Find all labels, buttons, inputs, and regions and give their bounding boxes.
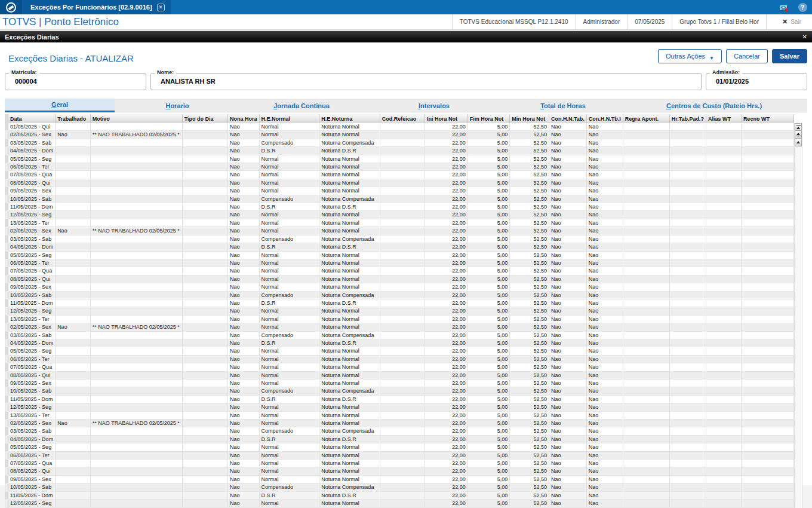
- table-row[interactable]: 11/05/2025 - DomNaoD.S.RNoturna D.S.R22,…: [5, 395, 794, 403]
- table-row[interactable]: 12/05/2025 - SegNaoNormalNoturna Normal2…: [5, 500, 794, 507]
- col-header-cod-refeicao[interactable]: Cod.Refeicao: [380, 114, 425, 123]
- table-row[interactable]: 04/05/2025 - DomNaoD.S.RNoturna D.S.R22,…: [5, 147, 794, 155]
- dialog-close-icon[interactable]: ✕: [802, 33, 807, 40]
- col-header-h-e-noturna[interactable]: H.E.Noturna: [319, 114, 380, 123]
- table-row[interactable]: 02/05/2025 - SexNao** NAO TRABALHADO 02/…: [5, 420, 794, 427]
- tab-centros-de-custo-rateio-hrs[interactable]: Centros de Custo (Rateio Hrs.): [621, 99, 807, 112]
- matricula-field[interactable]: Matricula: 000004: [5, 73, 146, 90]
- table-row[interactable]: 06/05/2025 - TerNaoNormalNoturna Normal2…: [5, 451, 794, 459]
- table-row[interactable]: 10/05/2025 - SabNaoCompensadoNoturna Com…: [5, 483, 794, 491]
- help-button[interactable]: ?: [793, 0, 812, 14]
- table-row[interactable]: 10/05/2025 - SabNaoCompensadoNoturna Com…: [5, 195, 794, 203]
- totvs-logo[interactable]: [0, 0, 22, 14]
- table-row[interactable]: 08/05/2025 - QuiNaoNormalNoturna Normal2…: [5, 371, 794, 379]
- tab-horario[interactable]: Horario: [115, 99, 240, 112]
- table-row[interactable]: 04/05/2025 - DomNaoD.S.RNoturna D.S.R22,…: [5, 243, 794, 251]
- window-tab-close-icon[interactable]: ✕: [157, 4, 165, 11]
- admissao-field[interactable]: Admissão: 01/01/2025: [706, 73, 807, 90]
- table-row[interactable]: 05/05/2025 - SegNaoNormalNoturna Normal2…: [5, 251, 794, 259]
- col-header-tipo-do-dia[interactable]: Tipo do Dia: [182, 114, 227, 123]
- table-row[interactable]: 01/05/2025 - QuiNaoNormalNoturna Normal2…: [5, 123, 794, 131]
- table-row[interactable]: 08/05/2025 - QuiNaoNormalNoturna Normal2…: [5, 179, 794, 186]
- cell: 04/05/2025 - Dom: [8, 243, 56, 251]
- table-row[interactable]: 04/05/2025 - DomNaoD.S.RNoturna D.S.R22,…: [5, 435, 794, 443]
- table-row[interactable]: 06/05/2025 - TerNaoNormalNoturna Normal2…: [5, 259, 794, 267]
- col-header-fim-hora-not[interactable]: Fim Hora Not: [467, 114, 509, 123]
- table-row[interactable]: 07/05/2025 - QuaNaoNormalNoturna Normal2…: [5, 460, 794, 467]
- scroll-pageup-button[interactable]: [795, 131, 802, 139]
- cell: Nao: [586, 291, 623, 299]
- table-row[interactable]: 13/05/2025 - TerNaoNormalNoturna Normal2…: [5, 411, 794, 419]
- col-header-trabalhado[interactable]: Trabalhado: [56, 114, 91, 123]
- table-row[interactable]: 02/05/2025 - SexNao** NAO TRABALHADO 02/…: [5, 131, 794, 139]
- col-header-con-h-n-tab[interactable]: Con.H.N.Tab.: [549, 114, 587, 123]
- tab-total-de-horas[interactable]: Total de Horas: [505, 99, 621, 112]
- table-row[interactable]: 07/05/2025 - QuaNaoNormalNoturna Normal2…: [5, 267, 794, 275]
- col-header-ini-hora-not[interactable]: Ini Hora Not: [425, 114, 467, 123]
- table-row[interactable]: 11/05/2025 - DomNaoD.S.RNoturna D.S.R22,…: [5, 203, 794, 211]
- table-row[interactable]: 02/05/2025 - SexNao** NAO TRABALHADO 02/…: [5, 323, 794, 331]
- table-row[interactable]: 05/05/2025 - SegNaoNormalNoturna Normal2…: [5, 347, 794, 355]
- table-row[interactable]: 04/05/2025 - DomNaoD.S.RNoturna D.S.R22,…: [5, 339, 794, 347]
- window-tab-excecoes[interactable]: Exceções Por Funcionários [02.9.0016] ✕: [22, 0, 171, 14]
- nome-field[interactable]: Nome: ANALISTA RH SR: [150, 73, 702, 90]
- table-row[interactable]: 07/05/2025 - QuaNaoNormalNoturna Normal2…: [5, 171, 794, 179]
- tab-intervalos[interactable]: Intervalos: [363, 99, 505, 112]
- col-header-regra-apont[interactable]: Regra Apont.: [623, 114, 669, 123]
- cell: Nao: [228, 227, 260, 235]
- table-row[interactable]: 10/05/2025 - SabNaoCompensadoNoturna Com…: [5, 291, 794, 299]
- cell: [706, 435, 742, 443]
- table-row[interactable]: 10/05/2025 - SabNaoCompensadoNoturna Com…: [5, 387, 794, 395]
- cell: 22,00: [425, 451, 467, 459]
- col-header-alias-wt[interactable]: Alias WT: [706, 114, 742, 123]
- col-header-motivo[interactable]: Motivo: [90, 114, 182, 123]
- scroll-top-button[interactable]: [795, 123, 802, 131]
- grid-scrollbar[interactable]: [794, 123, 802, 508]
- other-actions-button[interactable]: Outras Ações ▼: [658, 49, 722, 63]
- table-row[interactable]: 06/05/2025 - TerNaoNormalNoturna Normal2…: [5, 355, 794, 363]
- table-row[interactable]: 03/05/2025 - SabNaoCompensadoNoturna Com…: [5, 139, 794, 146]
- table-row[interactable]: 08/05/2025 - QuiNaoNormalNoturna Normal2…: [5, 275, 794, 283]
- tab-jornada-continua[interactable]: Jornada Continua: [240, 99, 363, 112]
- col-header-hr-tab-pad[interactable]: Hr.Tab.Pad.?: [669, 114, 706, 123]
- cell: Noturna Normal: [319, 211, 380, 219]
- col-header-con-h-n-tb-i[interactable]: Con.H.N.Tb.I: [586, 114, 623, 123]
- table-row[interactable]: 03/05/2025 - SabNaoCompensadoNoturna Com…: [5, 427, 794, 435]
- cell: Nao: [586, 163, 623, 171]
- table-row[interactable]: 03/05/2025 - SabNaoCompensadoNoturna Com…: [5, 331, 794, 339]
- table-row[interactable]: 12/05/2025 - SegNaoNormalNoturna Normal2…: [5, 307, 794, 315]
- logout-button[interactable]: ✕ Sair: [766, 14, 812, 29]
- table-row[interactable]: 03/05/2025 - SabNaoCompensadoNoturna Com…: [5, 235, 794, 243]
- table-row[interactable]: 02/05/2025 - SexNao** NAO TRABALHADO 02/…: [5, 227, 794, 235]
- table-row[interactable]: 12/05/2025 - SegNaoNormalNoturna Normal2…: [5, 403, 794, 411]
- table-row[interactable]: 13/05/2025 - TerNaoNormalNoturna Normal2…: [5, 219, 794, 227]
- table-row[interactable]: 09/05/2025 - SexNaoNormalNoturna Normal2…: [5, 283, 794, 291]
- table-row[interactable]: 09/05/2025 - SexNaoNormalNoturna Normal2…: [5, 380, 794, 387]
- table-row[interactable]: 09/05/2025 - SexNaoNormalNoturna Normal2…: [5, 187, 794, 195]
- table-row[interactable]: 08/05/2025 - QuiNaoNormalNoturna Normal2…: [5, 467, 794, 475]
- col-header-min-hora-not[interactable]: Min Hora Not: [510, 114, 549, 123]
- table-row[interactable]: 11/05/2025 - DomNaoD.S.RNoturna D.S.R22,…: [5, 491, 794, 499]
- cancel-button[interactable]: Cancelar: [726, 49, 768, 63]
- col-header-recno-wt[interactable]: Recno WT: [741, 114, 793, 123]
- table-row[interactable]: 11/05/2025 - DomNaoD.S.RNoturna D.S.R22,…: [5, 299, 794, 307]
- cell: [741, 395, 793, 403]
- cell: Noturna Normal: [319, 275, 380, 283]
- table-row[interactable]: 13/05/2025 - TerNaoNormalNoturna Normal2…: [5, 315, 794, 323]
- table-row[interactable]: 06/05/2025 - TerNaoNormalNoturna Normal2…: [5, 163, 794, 171]
- col-header-nona-hora[interactable]: Nona Hora: [228, 114, 260, 123]
- notifications-button[interactable]: ✉: [774, 0, 793, 14]
- table-row[interactable]: 09/05/2025 - SexNaoNormalNoturna Normal2…: [5, 475, 794, 483]
- table-row[interactable]: 05/05/2025 - SegNaoNormalNoturna Normal2…: [5, 155, 794, 163]
- col-header-data[interactable]: Data: [8, 114, 56, 123]
- table-row[interactable]: 12/05/2025 - SegNaoNormalNoturna Normal2…: [5, 211, 794, 219]
- table-row[interactable]: 07/05/2025 - QuaNaoNormalNoturna Normal2…: [5, 363, 794, 371]
- cell: 22,00: [425, 380, 467, 387]
- tab-geral[interactable]: Geral: [5, 99, 115, 112]
- save-button[interactable]: Salvar: [772, 49, 807, 63]
- cell: 5,00: [467, 211, 509, 219]
- col-header-h-e-normal[interactable]: H.E.Normal: [259, 114, 319, 123]
- table-row[interactable]: 05/05/2025 - SegNaoNormalNoturna Normal2…: [5, 443, 794, 451]
- cell: [56, 195, 91, 203]
- scroll-up-button[interactable]: [795, 139, 802, 146]
